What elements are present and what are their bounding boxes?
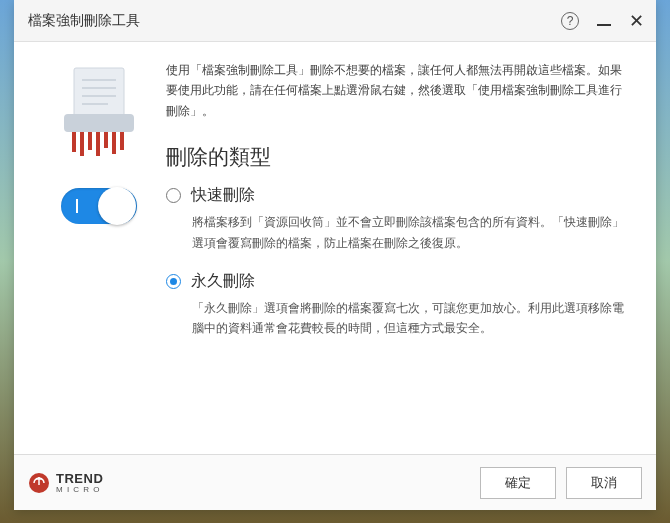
toggle-knob (98, 187, 136, 225)
shredder-icon (60, 66, 138, 156)
enable-toggle[interactable] (61, 188, 137, 224)
brand-main: TREND (56, 472, 103, 485)
svg-rect-5 (64, 114, 134, 132)
option-permanent-label: 永久刪除 (191, 271, 255, 292)
radio-quick[interactable] (166, 188, 181, 203)
cancel-button[interactable]: 取消 (566, 467, 642, 499)
brand-sub: M I C R O (56, 486, 103, 494)
option-quick-row[interactable]: 快速刪除 (166, 185, 626, 206)
footer: TREND M I C R O 確定 取消 (14, 454, 656, 510)
brand-logo-icon (28, 472, 50, 494)
option-permanent-desc: 「永久刪除」選項會將刪除的檔案覆寫七次，可讓您更加放心。利用此選項移除電腦中的資… (192, 298, 626, 339)
section-title: 刪除的類型 (166, 143, 626, 171)
left-column (44, 60, 154, 452)
content-area: 使用「檔案強制刪除工具」刪除不想要的檔案，讓任何人都無法再開啟這些檔案。如果要使… (14, 42, 656, 452)
right-column: 使用「檔案強制刪除工具」刪除不想要的檔案，讓任何人都無法再開啟這些檔案。如果要使… (154, 60, 626, 452)
intro-text: 使用「檔案強制刪除工具」刪除不想要的檔案，讓任何人都無法再開啟這些檔案。如果要使… (166, 60, 626, 121)
option-quick-label: 快速刪除 (191, 185, 255, 206)
brand-text: TREND M I C R O (56, 472, 103, 494)
titlebar: 檔案強制刪除工具 ? ✕ (14, 0, 656, 42)
option-quick-desc: 將檔案移到「資源回收筒」並不會立即刪除該檔案包含的所有資料。「快速刪除」選項會覆… (192, 212, 626, 253)
app-window: 檔案強制刪除工具 ? ✕ (14, 0, 656, 510)
option-quick: 快速刪除 將檔案移到「資源回收筒」並不會立即刪除該檔案包含的所有資料。「快速刪除… (166, 185, 626, 253)
minimize-icon[interactable] (597, 24, 611, 26)
option-permanent-row[interactable]: 永久刪除 (166, 271, 626, 292)
radio-permanent[interactable] (166, 274, 181, 289)
help-icon[interactable]: ? (561, 12, 579, 30)
ok-button[interactable]: 確定 (480, 467, 556, 499)
window-title: 檔案強制刪除工具 (28, 12, 561, 30)
svg-rect-0 (74, 68, 124, 116)
option-permanent: 永久刪除 「永久刪除」選項會將刪除的檔案覆寫七次，可讓您更加放心。利用此選項移除… (166, 271, 626, 339)
brand: TREND M I C R O (28, 472, 470, 494)
window-controls: ? ✕ (561, 12, 644, 30)
close-icon[interactable]: ✕ (629, 12, 644, 30)
